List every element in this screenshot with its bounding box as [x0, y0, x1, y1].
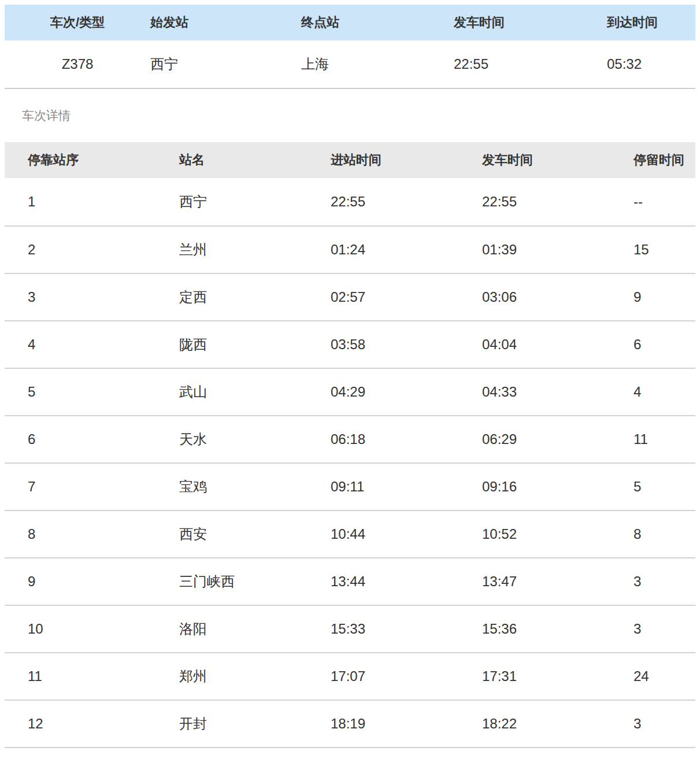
station-name: 三门峡西 [156, 572, 308, 591]
train-number: Z378 [5, 56, 150, 72]
summary-header-depart-time: 发车时间 [454, 14, 607, 31]
depart-time: 04:04 [459, 336, 610, 353]
stop-duration: 3 [610, 573, 695, 590]
section-title: 车次详情 [0, 89, 700, 142]
train-detail-table: 停靠站序 站名 进站时间 发车时间 停留时间 1 西宁 22:55 22:55 … [5, 142, 695, 748]
summary-header-terminus: 终点站 [301, 14, 454, 31]
arrive-time: 10:44 [308, 526, 459, 542]
depart-time: 01:39 [459, 242, 610, 258]
station-name: 郑州 [156, 667, 308, 686]
arrive-time: 01:24 [308, 242, 459, 258]
station-name: 开封 [156, 715, 308, 733]
arrive-time: 18:19 [308, 716, 459, 732]
station-name: 天水 [156, 430, 308, 449]
stop-seq: 4 [5, 336, 156, 353]
table-row: 9 三门峡西 13:44 13:47 3 [5, 557, 695, 605]
stop-duration: 3 [610, 621, 695, 637]
summary-header-row: 车次/类型 始发站 终点站 发车时间 到达时间 [5, 5, 695, 40]
stop-duration: 3 [610, 716, 695, 732]
station-name: 洛阳 [156, 620, 308, 638]
arrive-time: 22:55 [308, 194, 459, 210]
stop-seq: 5 [5, 384, 156, 400]
depart-time: 10:52 [459, 526, 610, 542]
depart-time: 04:33 [459, 384, 610, 400]
summary-data-row: Z378 西宁 上海 22:55 05:32 [5, 40, 695, 88]
summary-header-arrive-time: 到达时间 [607, 14, 695, 31]
stop-duration: 4 [610, 384, 695, 400]
depart-time: 13:47 [459, 573, 610, 590]
stop-duration: 11 [610, 431, 695, 447]
arrive-time: 04:29 [308, 384, 459, 400]
arrive-time: 09:11 [308, 479, 459, 495]
train-schedule-page: 车次/类型 始发站 终点站 发车时间 到达时间 Z378 西宁 上海 22:55… [0, 0, 700, 766]
stop-seq: 9 [5, 573, 156, 590]
station-name: 定西 [156, 288, 308, 306]
stop-seq: 2 [5, 242, 156, 258]
detail-header-stop-seq: 停靠站序 [5, 151, 156, 169]
arrive-time: 06:18 [308, 431, 459, 447]
depart-time: 09:16 [459, 479, 610, 495]
stop-duration: 6 [610, 336, 695, 353]
summary-header-train-type: 车次/类型 [5, 14, 150, 31]
departure-time: 22:55 [454, 56, 607, 72]
origin-station: 西宁 [150, 55, 301, 73]
stop-seq: 6 [5, 431, 156, 447]
terminus-station: 上海 [301, 55, 454, 73]
table-row: 12 开封 18:19 18:22 3 [5, 700, 695, 747]
detail-header-stop-duration: 停留时间 [610, 151, 695, 169]
arrival-time: 05:32 [607, 56, 695, 72]
depart-time: 03:06 [459, 289, 610, 305]
stop-duration: -- [610, 194, 695, 210]
table-row: 5 武山 04:29 04:33 4 [5, 368, 695, 415]
depart-time: 18:22 [459, 716, 610, 732]
train-summary-table: 车次/类型 始发站 终点站 发车时间 到达时间 Z378 西宁 上海 22:55… [5, 5, 695, 89]
station-name: 西安 [156, 525, 308, 543]
table-row: 2 兰州 01:24 01:39 15 [5, 225, 695, 273]
stop-duration: 15 [610, 242, 695, 258]
table-row: 10 洛阳 15:33 15:36 3 [5, 605, 695, 652]
stop-seq: 11 [5, 668, 156, 684]
detail-header-station-name: 站名 [156, 151, 308, 169]
arrive-time: 15:33 [308, 621, 459, 637]
station-name: 西宁 [156, 193, 308, 211]
arrive-time: 13:44 [308, 573, 459, 590]
stop-seq: 3 [5, 289, 156, 305]
table-row: 11 郑州 17:07 17:31 24 [5, 652, 695, 700]
stop-seq: 8 [5, 526, 156, 542]
stop-duration: 8 [610, 526, 695, 542]
detail-header-arrive-time: 进站时间 [308, 151, 459, 169]
stop-seq: 12 [5, 716, 156, 732]
stop-duration: 9 [610, 289, 695, 305]
stop-seq: 10 [5, 621, 156, 637]
stop-seq: 1 [5, 194, 156, 210]
depart-time: 17:31 [459, 668, 610, 684]
station-name: 陇西 [156, 335, 308, 354]
detail-header-row: 停靠站序 站名 进站时间 发车时间 停留时间 [5, 142, 695, 178]
table-row: 7 宝鸡 09:11 09:16 5 [5, 462, 695, 510]
stop-seq: 7 [5, 479, 156, 495]
table-row: 3 定西 02:57 03:06 9 [5, 273, 695, 320]
arrive-time: 17:07 [308, 668, 459, 684]
table-row: 6 天水 06:18 06:29 11 [5, 415, 695, 462]
station-name: 宝鸡 [156, 478, 308, 496]
station-name: 武山 [156, 383, 308, 401]
stop-duration: 5 [610, 479, 695, 495]
depart-time: 22:55 [459, 194, 610, 210]
table-row: 4 陇西 03:58 04:04 6 [5, 320, 695, 368]
arrive-time: 03:58 [308, 336, 459, 353]
table-row: 1 西宁 22:55 22:55 -- [5, 178, 695, 225]
depart-time: 06:29 [459, 431, 610, 447]
depart-time: 15:36 [459, 621, 610, 637]
table-row: 8 西安 10:44 10:52 8 [5, 510, 695, 557]
arrive-time: 02:57 [308, 289, 459, 305]
station-name: 兰州 [156, 240, 308, 259]
stop-duration: 24 [610, 668, 695, 684]
detail-header-depart-time: 发车时间 [459, 151, 610, 169]
summary-header-origin: 始发站 [150, 14, 301, 31]
